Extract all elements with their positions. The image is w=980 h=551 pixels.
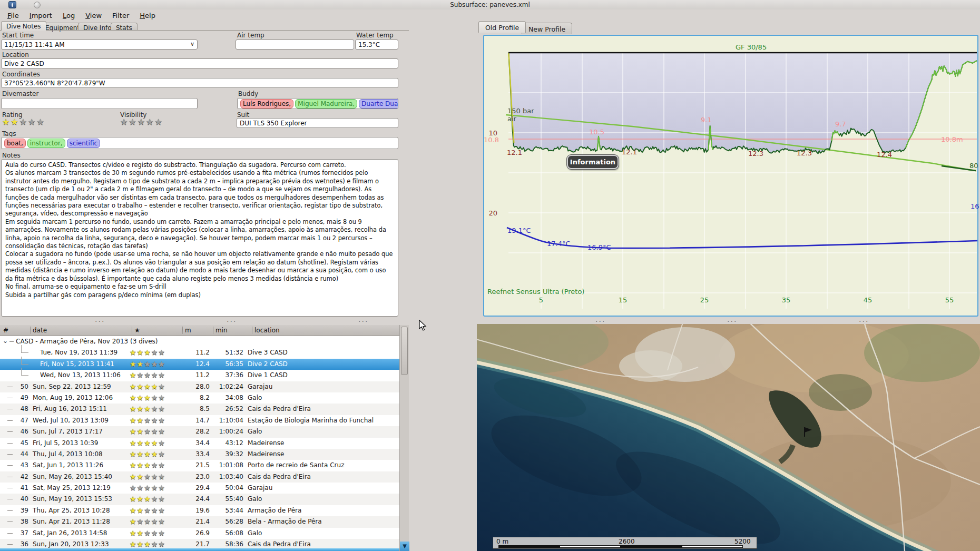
rating-stars[interactable]: ★★★★★ [2, 117, 45, 127]
splitter-handle[interactable]: ··· [227, 317, 237, 326]
dive-list-table[interactable]: #date★mminlocation ⌄CASD - Armação de Pê… [0, 325, 399, 551]
cell-depth: 24.4 [174, 495, 210, 503]
column-header-min[interactable]: min [213, 327, 228, 334]
cell-depth: 33.4 [174, 450, 210, 458]
star-icon: ★ [137, 495, 144, 503]
scroll-down-button[interactable]: ▼ [400, 542, 409, 551]
table-row[interactable]: 43Sat, Jun 1, 2013 11:26★★★★★21.51:01:08… [0, 460, 399, 471]
trip-title: CASD - Armação de Pêra, Nov 2013 (3 dive… [16, 338, 158, 345]
star-icon: ★ [158, 450, 165, 458]
table-row[interactable]: Fri, Nov 15, 2013 11:41★★★★★12.456:35Div… [0, 359, 399, 370]
splitter-handle[interactable]: ··· [358, 317, 368, 326]
table-row[interactable]: 50Sun, Sep 22, 2013 12:59★★★★★28.01:02:2… [0, 381, 399, 392]
subsurface-window: Subsurface: paneves.xml FileImportLogVie… [0, 0, 980, 551]
horizontal-scrollbar[interactable] [0, 548, 399, 551]
temp-end-label: 16 [971, 202, 979, 210]
pill-luís-rodrigues[interactable]: Luís Rodrigues, [240, 99, 293, 109]
cell-duration: 39:32 [209, 450, 243, 458]
notes-textarea[interactable]: Aula do curso CASD. Transectos c/video e… [1, 159, 398, 317]
scale-segment [682, 545, 743, 548]
menu-item-view[interactable]: View [80, 11, 107, 21]
peak-depth-label: 9.1 [701, 116, 712, 124]
table-row[interactable]: 40Sun, May 19, 2013 15:53★★★★★24.455:40G… [0, 494, 399, 505]
star-icon: ★ [158, 371, 165, 379]
satellite-map[interactable]: Ribeira de Alcantarilha Armação de Pêra … [477, 324, 980, 551]
water-temp-input[interactable]: 15.3°C [355, 40, 398, 50]
star-icon: ★ [144, 517, 151, 526]
table-row[interactable]: 38Sun, Apr 21, 2013 11:28★★★★★21.456:28B… [0, 516, 399, 527]
suit-input[interactable]: DUI TLS 350 Explorer [237, 118, 398, 128]
cell-location: Garajau [248, 383, 272, 390]
menu-item-import[interactable]: Import [24, 11, 57, 21]
table-row[interactable]: 42Sun, May 26, 2013 15:40★★★★★23.01:03:4… [0, 471, 399, 483]
table-row[interactable]: 39Thu, Apr 25, 2013 10:28★★★★★19.653:44A… [0, 505, 399, 516]
depth-axis-tick: 20 [483, 209, 497, 217]
location-input[interactable]: Dive 2 CASD [1, 58, 398, 68]
column-header-location[interactable]: location [252, 327, 280, 334]
table-row[interactable]: Wed, Nov 13, 2013 11:06★★★★★11.237:36Div… [0, 370, 399, 381]
coordinates-input[interactable]: 37°05'23.460"N 8°20'47.879"W [1, 78, 398, 88]
tab-old-profile[interactable]: Old Profile [478, 21, 526, 33]
cell-date: Sun, May 19, 2013 15:53 [33, 495, 112, 503]
table-row[interactable]: 49Mon, Aug 19, 2013 12:06★★★★★8.234:08Ga… [0, 392, 399, 404]
tags-input[interactable]: boat,instructor,scientific [1, 137, 398, 149]
title-bar[interactable]: Subsurface: paneves.xml [0, 0, 980, 9]
column-header-date[interactable]: date [30, 327, 47, 334]
expander-icon[interactable]: ⌄ [3, 337, 8, 345]
pill-miguel-madureira[interactable]: Miguel Madureira, [295, 99, 357, 109]
star-icon: ★ [151, 540, 159, 548]
tab-dive-notes[interactable]: Dive Notes [1, 21, 46, 31]
table-row[interactable]: 46Sun, Jul 7, 2013 17:17★★★★★28.21:00:24… [0, 426, 399, 437]
air-temp-input[interactable] [236, 40, 354, 50]
table-row[interactable]: 48Fri, Aug 16, 2013 15:11★★★★★8.526:52Ca… [0, 404, 399, 415]
cell-rating: ★★★★★ [130, 517, 165, 526]
pill-instructor[interactable]: instructor, [27, 139, 65, 148]
depth-reading-label: 12.4 [877, 151, 892, 159]
splitter-handle[interactable]: ··· [95, 317, 105, 326]
cell-rating: ★★★★★ [130, 393, 165, 402]
star-icon: ★ [130, 461, 137, 469]
table-row[interactable]: 41Sat, May 25, 2013 12:19★★★★★29.450:04G… [0, 483, 399, 494]
information-button[interactable]: Information [567, 155, 619, 169]
tree-dash [7, 510, 13, 511]
buddy-input[interactable]: Luís Rodrigues,Miguel Madureira,Duarte D… [237, 98, 398, 109]
divemaster-input[interactable] [1, 98, 198, 109]
table-row[interactable]: 44Thu, Jul 4, 2013 10:08★★★★★33.439:32Ma… [0, 449, 399, 460]
table-row[interactable]: 37Sat, Jan 26, 2013 14:58★★★★★26.956:08G… [0, 528, 399, 539]
menu-item-filter[interactable]: Filter [107, 11, 134, 21]
star-icon: ★ [158, 495, 165, 503]
tree-dash [7, 420, 13, 421]
pill-duarte-duarte[interactable]: Duarte Duarte [359, 99, 398, 109]
cell-number: 41 [15, 484, 28, 491]
visibility-stars[interactable]: ★★★★★ [120, 117, 163, 127]
star-icon: ★ [130, 371, 137, 379]
tab-stats[interactable]: Stats [111, 23, 138, 31]
star-icon: ★ [130, 473, 137, 481]
column-header-m[interactable]: m [182, 327, 191, 334]
menu-item-help[interactable]: Help [134, 11, 161, 21]
scrollbar-handle[interactable] [401, 327, 408, 375]
cell-date: Sun, Jul 7, 2013 17:17 [33, 428, 103, 435]
tab-new-profile[interactable]: New Profile [522, 23, 572, 34]
cell-duration: 34:08 [209, 394, 243, 401]
trip-row[interactable]: ⌄CASD - Armação de Pêra, Nov 2013 (3 div… [0, 336, 399, 347]
star-icon: ★ [130, 405, 137, 413]
table-row[interactable]: Tue, Nov 19, 2013 11:39★★★★★11.251:32Div… [0, 347, 399, 358]
chevron-down-icon[interactable]: ∨ [190, 41, 194, 47]
pill-boat[interactable]: boat, [4, 139, 26, 148]
air-temp-label: Air temp [237, 32, 264, 39]
start-time-combobox[interactable]: 11/15/13 11:41 AM ∨ [1, 40, 198, 50]
table-header[interactable]: #date★mminlocation [0, 325, 399, 336]
table-row[interactable]: 45Fri, Jul 5, 2013 10:39★★★★★34.443:12Ma… [0, 438, 399, 449]
menu-item-file[interactable]: File [2, 11, 24, 21]
star-icon: ★ [158, 473, 165, 481]
menu-item-log[interactable]: Log [57, 11, 80, 21]
cell-duration: 1:10:04 [209, 417, 243, 424]
pill-scientific[interactable]: scientific [67, 139, 100, 148]
table-row[interactable]: 47Wed, Jul 10, 2013 13:09★★★★★14.71:10:0… [0, 415, 399, 426]
cell-number: 46 [15, 428, 28, 435]
column-header-★[interactable]: ★ [132, 327, 140, 334]
cell-rating: ★★★★★ [130, 360, 165, 368]
column-header-num[interactable]: # [1, 327, 8, 334]
vertical-scrollbar[interactable]: ▼ [399, 325, 409, 551]
